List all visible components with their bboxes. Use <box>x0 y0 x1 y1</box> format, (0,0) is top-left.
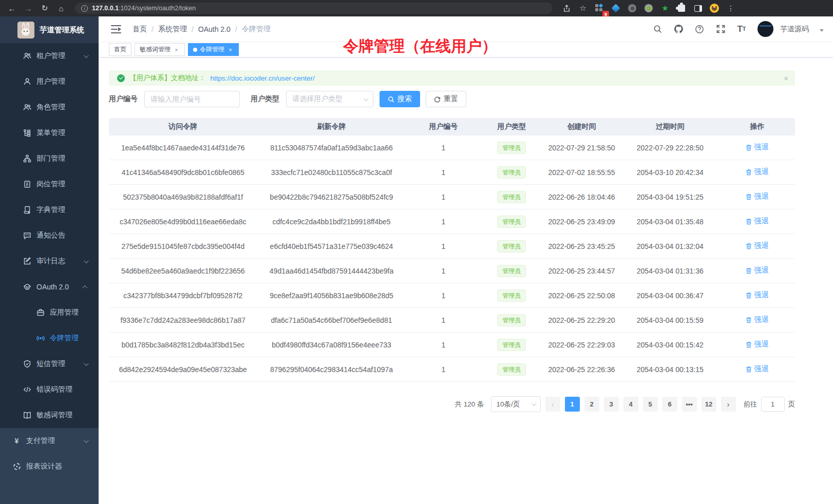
page-size-select[interactable]: 10条/页 <box>491 396 541 412</box>
sidebar-item-pay[interactable]: ¥ 支付管理 <box>0 428 99 454</box>
close-icon[interactable]: × <box>227 46 234 53</box>
browser-menu-icon[interactable]: ⋮ <box>724 2 737 14</box>
avatar[interactable] <box>758 21 773 37</box>
prev-page-button[interactable]: ‹ <box>545 397 560 412</box>
org-chart-icon <box>23 154 31 163</box>
sidebar-menu: 租户管理 用户管理 角色管理 菜单管理 部门管理 岗位管理 <box>0 43 99 428</box>
sidebar-item-oauth-token[interactable]: 令牌管理 <box>0 325 99 351</box>
user-type-tag: 管理员 <box>497 265 526 277</box>
user-menu-caret-icon[interactable] <box>820 29 824 32</box>
page-more-button[interactable]: ••• <box>682 397 697 412</box>
wheel-extension-icon[interactable] <box>626 2 639 14</box>
force-logout-button[interactable]: 强退 <box>746 266 768 275</box>
address-bar[interactable]: i 127.0.0.1:1024/system/oauth2/token <box>75 3 553 14</box>
page-button-4[interactable]: 4 <box>623 397 638 412</box>
sidebar-item-notice[interactable]: 通知公告 <box>0 223 99 248</box>
user-id: 1 <box>406 218 481 226</box>
tab-home[interactable]: 首页 <box>109 43 131 56</box>
force-logout-button[interactable]: 强退 <box>746 217 768 226</box>
total-count: 共 120 条 <box>455 400 484 409</box>
app-logo-row[interactable]: 芋道管理系统 <box>0 16 99 43</box>
tab-label: 首页 <box>114 45 126 54</box>
puzzle-extensions-icon[interactable] <box>675 2 688 14</box>
search-button[interactable]: 搜索 <box>380 91 420 107</box>
page-button-5[interactable]: 5 <box>643 397 658 412</box>
record-extension-icon[interactable] <box>642 2 655 14</box>
url-text: 127.0.0.1:1024/system/oauth2/token <box>92 5 196 12</box>
reset-button[interactable]: 重置 <box>426 91 466 107</box>
github-icon[interactable] <box>673 24 684 34</box>
expire-time: 2054-03-10 20:42:34 <box>621 168 720 177</box>
page-button-2[interactable]: 2 <box>584 397 599 412</box>
sidebar-item-errorcode[interactable]: 错误码管理 <box>0 377 99 402</box>
sidebar-item-post[interactable]: 岗位管理 <box>0 171 99 197</box>
search-icon[interactable] <box>652 24 662 34</box>
fullscreen-icon[interactable] <box>715 24 726 34</box>
next-page-button[interactable]: › <box>721 397 736 412</box>
force-logout-button[interactable]: 强退 <box>746 340 768 349</box>
refresh-token: cdfc4ce9c2da4bb1bdf21b9918ff4be5 <box>257 218 406 226</box>
page-button-3[interactable]: 3 <box>604 397 619 412</box>
sidebar-item-dict[interactable]: 字典管理 <box>0 197 99 223</box>
breadcrumb-home[interactable]: 首页 <box>132 25 147 34</box>
force-logout-button[interactable]: 强退 <box>746 143 768 152</box>
force-logout-button[interactable]: 强退 <box>746 241 768 250</box>
user-name[interactable]: 芋道源码 <box>780 25 809 34</box>
browser-forward-button[interactable]: → <box>22 2 35 14</box>
tab-token-management[interactable]: 令牌管理 × <box>188 43 239 56</box>
tab-sensitive-word[interactable]: 敏感词管理 × <box>135 43 185 56</box>
dictionary-icon <box>23 206 31 215</box>
sidebar-item-dept[interactable]: 部门管理 <box>0 146 99 171</box>
sidebar-item-menu[interactable]: 菜单管理 <box>0 120 99 146</box>
page-button-1[interactable]: 1 <box>565 397 580 412</box>
star-extension-icon[interactable]: ★ <box>658 2 672 14</box>
force-logout-button[interactable]: 强退 <box>746 315 768 324</box>
breadcrumb-oauth[interactable]: OAuth 2.0 <box>198 25 231 33</box>
sidebar-item-role[interactable]: 角色管理 <box>0 94 99 120</box>
breadcrumb-system[interactable]: 系统管理 <box>158 25 187 34</box>
force-logout-button[interactable]: 强退 <box>746 364 768 374</box>
refresh-token: e6cfd40eb1f54571a31e775e039c4624 <box>257 242 406 250</box>
user-id: 1 <box>406 267 481 275</box>
side-panel-icon[interactable] <box>691 2 705 14</box>
created-time: 2022-06-25 23:44:57 <box>542 267 620 275</box>
sidebar-item-label: 令牌管理 <box>50 334 79 343</box>
force-logout-button[interactable]: 强退 <box>746 192 768 201</box>
browser-back-button[interactable]: ← <box>5 2 18 14</box>
bookmark-star-icon[interactable]: ☆ <box>576 2 590 14</box>
goto-page-input[interactable] <box>761 397 785 412</box>
sidebar-item-audit[interactable]: 审计日志 <box>0 248 99 274</box>
badge-icon <box>23 180 31 189</box>
sidebar-item-sms[interactable]: 短信管理 <box>0 351 99 377</box>
user-id-input[interactable] <box>144 91 240 107</box>
user-type-select[interactable]: 请选择用户类型 <box>286 91 373 107</box>
sidebar-item-oauth-app[interactable]: 应用管理 <box>0 300 99 325</box>
force-logout-button[interactable]: 强退 <box>746 290 768 300</box>
profile-emoji-icon[interactable] <box>708 2 721 14</box>
sidebar-item-report[interactable]: 报表设计器 <box>0 454 99 479</box>
extension-grid-icon[interactable]: 9 <box>593 2 606 14</box>
alert-doc-link[interactable]: https://doc.iocoder.cn/user-center/ <box>211 74 315 82</box>
sidebar-item-tenant[interactable]: 租户管理 <box>0 43 99 69</box>
refresh-token: dfa6c71a50a54c66bef706ef9e6e8d81 <box>257 316 406 324</box>
browser-home-button[interactable]: ⌂ <box>54 2 68 14</box>
user-id-label: 用户编号 <box>109 94 138 104</box>
sidebar-item-sensitive[interactable]: 敏感词管理 <box>0 402 99 428</box>
sidebar-item-oauth[interactable]: OAuth 2.0 <box>0 274 99 300</box>
hamburger-icon[interactable] <box>111 25 121 33</box>
site-info-icon[interactable]: i <box>81 5 88 12</box>
sidebar-item-label: 应用管理 <box>50 308 79 317</box>
breadcrumb-current: 令牌管理 <box>242 25 271 34</box>
alert-close-icon[interactable]: × <box>784 74 788 83</box>
share-icon[interactable] <box>560 2 573 14</box>
gem-extension-icon[interactable] <box>609 2 622 14</box>
help-icon[interactable] <box>694 24 705 34</box>
page-button-12[interactable]: 12 <box>702 397 716 412</box>
font-size-icon[interactable]: TT <box>736 24 747 34</box>
sidebar-item-user[interactable]: 用户管理 <box>0 69 99 94</box>
close-icon[interactable]: × <box>173 46 180 53</box>
shield-check-icon <box>23 360 31 369</box>
page-button-6[interactable]: 6 <box>662 397 677 412</box>
browser-reload-button[interactable]: ↻ <box>38 2 51 14</box>
force-logout-button[interactable]: 强退 <box>746 167 768 177</box>
